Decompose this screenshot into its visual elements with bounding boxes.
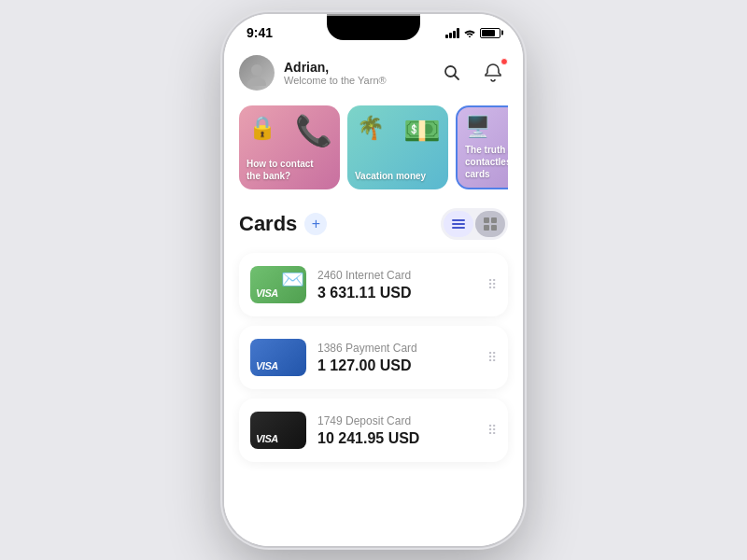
visa-label-internet: VISA (256, 287, 278, 299)
signal-bar-3 (453, 31, 456, 38)
card-info-deposit: 1749 Deposit Card 10 241.95 USD (317, 414, 476, 447)
grid-view-button[interactable] (475, 211, 505, 237)
promo-emoji-1: 📞 (295, 113, 332, 148)
promo-card-bank-contact[interactable]: 📞 🔒 How to contact the bank? (239, 105, 340, 189)
app-content: Adrian, Welcome to the Yarn® (224, 44, 523, 539)
drag-icon-internet: ⠿ (487, 278, 497, 291)
card-info-internet: 2460 Internet Card 3 631.11 USD (317, 269, 476, 301)
safe-icon: 🔒 (248, 115, 276, 141)
signal-bar-4 (457, 28, 459, 38)
notch (327, 14, 420, 40)
wifi-icon (463, 28, 476, 37)
promo-label-1: How to contact the bank? (247, 158, 321, 182)
card-balance-payment: 1 127.00 USD (317, 357, 476, 374)
visa-label-deposit: VISA (256, 433, 278, 444)
phone-frame: 9:41 (224, 14, 523, 546)
svg-rect-5 (452, 223, 465, 225)
signal-bar-2 (449, 33, 452, 38)
greeting: Adrian, (284, 60, 387, 75)
promo-card-contactless[interactable]: 💳 🖥️ The truth about contactless cards (456, 105, 508, 189)
svg-rect-9 (484, 225, 489, 231)
drag-icon-deposit: ⠿ (487, 424, 497, 437)
card-visual-deposit: VISA (250, 412, 306, 449)
search-button[interactable] (437, 58, 467, 88)
promo-label-3: The truth about contactless cards (465, 144, 508, 180)
cards-header-left: Cards + (239, 212, 327, 236)
card-name-deposit: 1749 Deposit Card (317, 414, 476, 427)
card-visual-payment: VISA (250, 339, 306, 376)
svg-point-1 (247, 77, 266, 86)
card-name-internet: 2460 Internet Card (317, 269, 476, 282)
svg-rect-7 (484, 217, 489, 223)
palm-icon: 🌴 (357, 115, 385, 141)
card-item-payment[interactable]: VISA 1386 Payment Card 1 127.00 USD ⠿ (239, 326, 508, 389)
header-left: Adrian, Welcome to the Yarn® (239, 55, 387, 91)
battery-fill (482, 30, 495, 36)
status-time: 9:41 (247, 25, 273, 40)
promo-card-vacation[interactable]: 💵 🌴 Vacation money (347, 105, 448, 189)
header-right (437, 58, 508, 88)
visa-label-payment: VISA (256, 360, 278, 371)
cards-title: Cards (239, 212, 297, 236)
phone-screen: 9:41 (224, 14, 523, 546)
svg-rect-10 (491, 225, 497, 231)
svg-point-0 (251, 64, 262, 76)
drag-icon-payment: ⠿ (487, 351, 497, 364)
battery-icon (480, 28, 500, 38)
card-balance-deposit: 10 241.95 USD (317, 430, 476, 447)
notification-dot (500, 58, 508, 65)
avatar[interactable] (239, 55, 275, 91)
terminal-icon: 🖥️ (465, 115, 490, 139)
signal-bar-1 (445, 35, 448, 38)
header: Adrian, Welcome to the Yarn® (239, 44, 508, 105)
promo-label-2: Vacation money (355, 170, 426, 182)
signal-bars-icon (445, 28, 459, 38)
svg-line-3 (455, 76, 459, 80)
view-toggle (441, 208, 508, 240)
status-icons (445, 28, 500, 38)
card-name-payment: 1386 Payment Card (317, 342, 476, 355)
add-card-button[interactable]: + (304, 213, 327, 235)
card-item-deposit[interactable]: VISA 1749 Deposit Card 10 241.95 USD ⠿ (239, 399, 508, 462)
header-text: Adrian, Welcome to the Yarn® (284, 60, 387, 86)
promo-section: 📞 🔒 How to contact the bank? 💵 🌴 Vacatio… (239, 105, 508, 189)
card-item-internet[interactable]: ✉️ VISA 2460 Internet Card 3 631.11 USD … (239, 253, 508, 316)
notification-button[interactable] (478, 58, 508, 88)
subtitle: Welcome to the Yarn® (284, 75, 387, 86)
card-visual-internet: ✉️ VISA (250, 266, 306, 303)
svg-rect-8 (491, 217, 497, 223)
card-balance-internet: 3 631.11 USD (317, 285, 476, 301)
svg-rect-6 (452, 227, 465, 229)
svg-rect-4 (452, 219, 465, 221)
envelope-icon: ✉️ (281, 268, 304, 290)
list-view-button[interactable] (444, 211, 473, 237)
card-info-payment: 1386 Payment Card 1 127.00 USD (317, 342, 476, 374)
promo-emoji-2: 💵 (403, 113, 441, 148)
cards-header: Cards + (239, 208, 508, 240)
plus-icon: + (312, 216, 320, 232)
